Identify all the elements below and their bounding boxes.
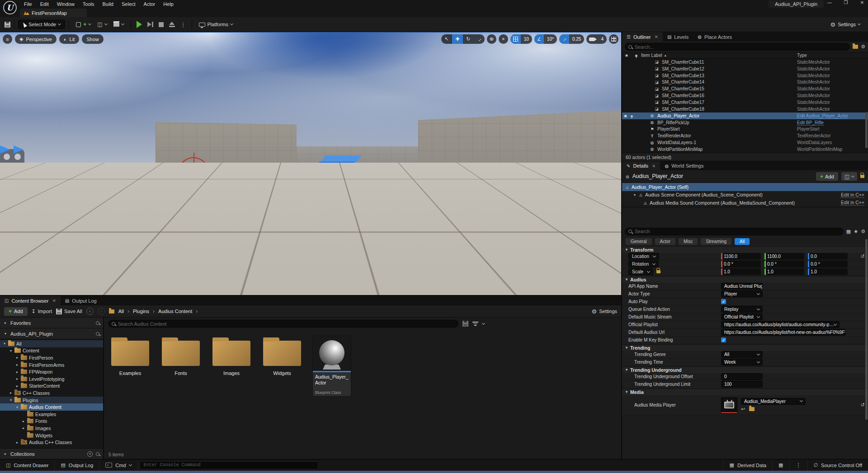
tab-outliner[interactable]: ☰ Outliner✕ <box>622 32 663 42</box>
details-lock-icon[interactable] <box>860 175 864 178</box>
outliner-search-input[interactable] <box>635 44 846 50</box>
tree-arrow-icon[interactable] <box>15 356 19 360</box>
menu-item[interactable]: Actor <box>140 0 160 8</box>
tree-item[interactable]: All <box>0 340 103 347</box>
select-mode-dropdown[interactable]: Select Mode <box>18 20 65 29</box>
tree-item[interactable]: Audius C++ Classes <box>0 439 103 446</box>
media-player-dropdown[interactable]: Audius_MediaPlayer <box>741 398 806 405</box>
outliner-settings-icon[interactable]: ⚙ <box>861 44 865 50</box>
favorites-header[interactable]: Favorites <box>0 318 103 328</box>
filter-button[interactable]: Misc <box>679 238 698 245</box>
axis-space-dropdown[interactable]: Location <box>628 253 659 260</box>
filter-button[interactable]: General <box>626 238 652 245</box>
play-button[interactable] <box>137 21 142 28</box>
console-command-input[interactable] <box>144 463 314 468</box>
pin-icon[interactable] <box>631 113 633 118</box>
details-search[interactable] <box>625 228 844 235</box>
scale-snap-control[interactable]: ↔ 0.25 <box>559 34 584 44</box>
outliner-row[interactable]: WorldPartitionMiniMap WorldPartitionMini… <box>622 146 868 153</box>
sort-by-item-label[interactable]: Item Label <box>641 53 662 58</box>
display-filter-icon[interactable]: ▦ <box>846 229 851 234</box>
outliner-row[interactable]: SM_ChamferCube12 StaticMeshActor <box>622 66 868 72</box>
tree-item[interactable]: FirstPersonArms <box>0 361 103 369</box>
maximize-viewport-button[interactable] <box>609 34 618 44</box>
section-trending[interactable]: ▾Trending <box>622 344 868 351</box>
component-row[interactable]: ◬ Audius Media Sound Component (Audius_M… <box>622 199 868 207</box>
dropdown[interactable]: Player <box>721 290 763 297</box>
outliner-row[interactable]: SM_ChamferCube17 StaticMeshActor <box>622 99 868 106</box>
tree-item[interactable]: Content <box>0 347 103 355</box>
axis-space-dropdown[interactable]: Rotation <box>628 261 659 267</box>
search-icon[interactable] <box>96 321 99 325</box>
text-field[interactable]: Audius Unreal Plugin <box>721 283 763 290</box>
outliner-row[interactable]: ◉ Audius_Player_Actor Edit Audius_Player… <box>622 112 868 119</box>
outliner-scrollbar[interactable] <box>865 112 868 148</box>
menu-item[interactable]: Help <box>159 0 178 8</box>
tree-arrow-icon[interactable] <box>22 419 25 423</box>
breadcrumb-all[interactable]: All <box>118 309 124 314</box>
outliner-row[interactable]: PlayerStart PlayerStart <box>622 126 868 132</box>
outliner-row[interactable]: WorldDataLayers-1 WorldDataLayers <box>622 139 868 146</box>
tree-item[interactable]: Images <box>0 425 103 432</box>
camera-speed-control[interactable]: 4 <box>586 34 607 44</box>
browse-to-asset-icon[interactable] <box>749 407 755 411</box>
move-tool[interactable]: ✚ <box>452 34 463 44</box>
type-column-header[interactable]: Type <box>797 53 868 58</box>
source-control-button[interactable]: ∅ Source Control Off <box>807 459 868 471</box>
favorites-star-icon[interactable]: ★ <box>854 229 858 234</box>
background-tasks-button[interactable]: ▦ <box>772 459 789 471</box>
y-value-field[interactable]: 1100.0 <box>764 253 804 260</box>
outliner-row[interactable]: SM_ChamferCube18 StaticMeshActor <box>622 106 868 112</box>
console-command-box[interactable] <box>140 461 318 469</box>
use-selected-asset-icon[interactable]: ↩ <box>741 406 745 412</box>
outliner-row[interactable]: SM_ChamferCube11 StaticMeshActor <box>622 59 868 66</box>
surface-snap-toggle[interactable]: ⌖ <box>499 34 508 44</box>
tree-item[interactable]: Plugins <box>0 397 103 404</box>
y-value-field[interactable]: 0.0 ° <box>764 261 804 267</box>
settings-dropdown[interactable]: ⚙ Settings <box>827 19 863 30</box>
dropdown[interactable]: Official Playlist <box>721 314 763 320</box>
axis-space-dropdown[interactable]: Scale <box>628 268 653 275</box>
outliner-row[interactable]: SM_ChamferCube15 StaticMeshActor <box>622 85 868 92</box>
add-collection-button[interactable]: + <box>87 451 93 457</box>
new-folder-icon[interactable] <box>853 44 858 50</box>
dropdown[interactable]: Week <box>721 359 763 365</box>
x-value-field[interactable]: 1.0 <box>721 268 761 275</box>
eject-button[interactable] <box>169 22 175 27</box>
tree-arrow-icon[interactable] <box>9 391 13 395</box>
cmd-dropdown[interactable]: > Cmd <box>99 459 137 471</box>
outliner-row[interactable]: TextRenderActor TextRenderActor <box>622 132 868 139</box>
menu-item[interactable]: Build <box>99 0 118 8</box>
menu-item[interactable]: File <box>20 0 36 8</box>
unreal-logo[interactable]: U <box>3 1 17 14</box>
reset-to-default-icon[interactable]: ↺ <box>860 253 864 259</box>
folder-tile[interactable]: Fonts <box>161 336 201 376</box>
search-icon[interactable] <box>96 332 99 336</box>
tree-item[interactable]: Audius Content <box>0 403 103 411</box>
tree-arrow-icon[interactable] <box>15 440 19 445</box>
tree-item[interactable]: FirstPerson <box>0 354 103 361</box>
save-icon[interactable] <box>5 22 10 28</box>
menu-item[interactable]: Tools <box>79 0 99 8</box>
content-search-input[interactable] <box>118 321 455 327</box>
filter-button[interactable]: All <box>735 238 750 245</box>
maximize-button[interactable]: ❐ <box>843 0 849 5</box>
blueprint-actions-dropdown[interactable]: ◫ <box>841 172 857 181</box>
content-drawer-button[interactable]: ◫ Content Drawer <box>0 459 55 471</box>
tree-arrow-icon[interactable] <box>22 426 25 430</box>
tree-item[interactable]: Fonts <box>0 418 103 425</box>
grid-snap-control[interactable]: 10 <box>510 34 532 44</box>
viewport-menu-button[interactable]: ≡ <box>3 34 12 44</box>
tab-firstpersonmap[interactable]: FirstPersonMap <box>20 9 87 17</box>
filter-icon[interactable] <box>472 322 478 326</box>
show-dropdown[interactable]: Show <box>82 34 104 44</box>
folder-tile[interactable]: Images <box>212 336 251 376</box>
perspective-dropdown[interactable]: ◈ Perspective <box>15 34 57 44</box>
lit-dropdown[interactable]: ◐ Lit <box>59 34 79 44</box>
tab-place-actors[interactable]: ◍ Place Actors <box>693 32 736 42</box>
play-options-button[interactable]: ⋮ <box>180 21 186 28</box>
z-value-field[interactable]: 0.0 <box>808 253 848 260</box>
tree-arrow-icon[interactable] <box>15 363 19 367</box>
component-row[interactable]: ◬ Audius Scene Component (Audius_Scene_C… <box>622 191 868 199</box>
rotation-snap-control[interactable]: ∠ 10° <box>534 34 557 44</box>
